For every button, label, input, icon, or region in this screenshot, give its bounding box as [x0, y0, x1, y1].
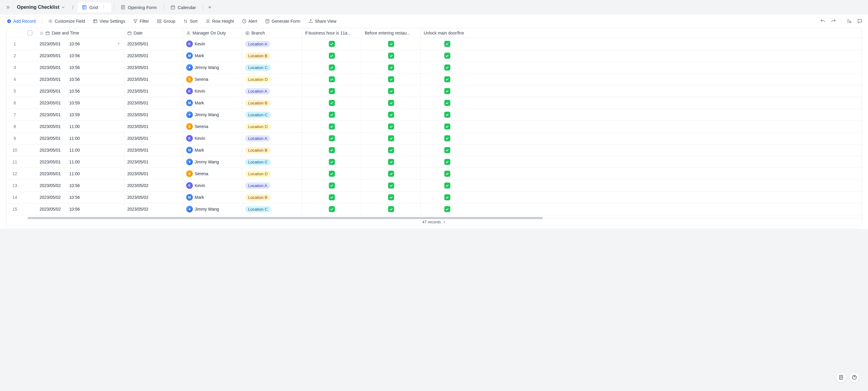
table-row[interactable]: 112023/05/0111:002023/05/01✦Jimmy WangLo…: [6, 156, 862, 168]
cell-check1[interactable]: [302, 109, 362, 120]
cell-manager[interactable]: SSerena: [183, 121, 242, 132]
cell-datetime[interactable]: 2023/05/0110:56: [37, 62, 124, 73]
cell-datetime[interactable]: 2023/05/0210:56: [37, 180, 124, 191]
cell-date[interactable]: 2023/05/02: [124, 180, 183, 191]
cell-check3[interactable]: [421, 74, 473, 85]
search-record-button[interactable]: [844, 17, 854, 26]
row-select[interactable]: [23, 97, 37, 109]
cell-branch[interactable]: Location B: [242, 144, 302, 156]
cell-check1[interactable]: [302, 50, 362, 61]
cell-date[interactable]: 2023/05/02: [124, 203, 183, 215]
tab-more-button[interactable]: [100, 5, 107, 10]
grid-body[interactable]: 12023/05/0110:562023/05/01KKevinLocation…: [6, 38, 862, 215]
cell-date[interactable]: 2023/05/01: [124, 133, 183, 144]
cell-datetime[interactable]: 2023/05/0110:56: [37, 74, 124, 85]
cell-check1[interactable]: [302, 192, 362, 203]
share-view-button[interactable]: Share View: [305, 17, 339, 25]
column-header-check2[interactable]: Before entering restau...: [362, 28, 421, 38]
row-select[interactable]: [23, 85, 37, 97]
cell-branch[interactable]: Location B: [242, 192, 302, 203]
table-row[interactable]: 122023/05/0111:002023/05/01SSerenaLocati…: [6, 168, 862, 180]
cell-datetime[interactable]: 2023/05/0210:56: [37, 203, 124, 215]
cell-date[interactable]: 2023/05/01: [124, 121, 183, 132]
help-button[interactable]: [849, 372, 860, 383]
cell-branch[interactable]: Location C: [242, 62, 302, 73]
row-height-button[interactable]: Row Height: [203, 17, 237, 25]
table-row[interactable]: 32023/05/0110:562023/05/01✦Jimmy WangLoc…: [6, 62, 862, 74]
table-row[interactable]: 82023/05/0111:002023/05/01SSerenaLocatio…: [6, 121, 862, 133]
table-row[interactable]: 102023/05/0111:002023/05/01MMarkLocation…: [6, 144, 862, 156]
horizontal-scrollbar[interactable]: [28, 217, 859, 219]
table-row[interactable]: 132023/05/0210:562023/05/02KKevinLocatio…: [6, 180, 862, 192]
cell-manager[interactable]: SSerena: [183, 168, 242, 179]
cell-check1[interactable]: [302, 97, 362, 109]
cell-check1[interactable]: [302, 156, 362, 168]
cell-date[interactable]: 2023/05/02: [124, 192, 183, 203]
cell-branch[interactable]: Location B: [242, 50, 302, 61]
cell-datetime[interactable]: 2023/05/0110:56: [37, 50, 124, 61]
cell-check2[interactable]: [362, 74, 421, 85]
row-select[interactable]: [23, 133, 37, 144]
cell-datetime[interactable]: 2023/05/0111:00: [37, 133, 124, 144]
cell-check2[interactable]: [362, 109, 421, 120]
cell-branch[interactable]: Location D: [242, 168, 302, 179]
cell-date[interactable]: 2023/05/01: [124, 144, 183, 156]
cell-check2[interactable]: [362, 38, 421, 50]
cell-check2[interactable]: [362, 203, 421, 215]
cell-manager[interactable]: ✦Jimmy Wang: [183, 62, 242, 73]
header-select-all[interactable]: [23, 28, 37, 38]
cell-datetime[interactable]: 2023/05/0111:00: [37, 168, 124, 179]
cell-date[interactable]: 2023/05/01: [124, 38, 183, 50]
cell-date[interactable]: 2023/05/01: [124, 74, 183, 85]
table-row[interactable]: 72023/05/0110:592023/05/01✦Jimmy WangLoc…: [6, 109, 862, 121]
row-select[interactable]: [23, 156, 37, 168]
customize-field-button[interactable]: Customize Field: [45, 17, 88, 25]
cell-check2[interactable]: [362, 180, 421, 191]
cell-check2[interactable]: [362, 121, 421, 132]
add-view-button[interactable]: [206, 3, 214, 11]
cell-date[interactable]: 2023/05/01: [124, 156, 183, 168]
tab-opening-form[interactable]: Opening Form: [116, 2, 161, 12]
cell-check3[interactable]: [421, 121, 473, 132]
cell-date[interactable]: 2023/05/01: [124, 168, 183, 179]
row-select[interactable]: [23, 168, 37, 179]
cell-manager[interactable]: KKevin: [183, 85, 242, 97]
cell-check3[interactable]: [421, 38, 473, 50]
cell-check3[interactable]: [421, 203, 473, 215]
cell-manager[interactable]: KKevin: [183, 180, 242, 191]
cell-date[interactable]: 2023/05/01: [124, 85, 183, 97]
cell-check1[interactable]: [302, 62, 362, 73]
cell-check2[interactable]: [362, 156, 421, 168]
cell-datetime[interactable]: 2023/05/0210:56: [37, 192, 124, 203]
table-row[interactable]: 62023/05/0110:592023/05/01MMarkLocation …: [6, 97, 862, 109]
row-select[interactable]: [23, 109, 37, 120]
table-title-dropdown[interactable]: Opening Checklist: [14, 3, 68, 11]
table-row[interactable]: 142023/05/0210:562023/05/02MMarkLocation…: [6, 192, 862, 203]
cell-manager[interactable]: KKevin: [183, 133, 242, 144]
cell-check1[interactable]: [302, 133, 362, 144]
tab-calendar[interactable]: Calendar: [166, 2, 200, 12]
column-header-date[interactable]: Date: [124, 28, 183, 38]
column-header-branch[interactable]: Branch: [242, 28, 302, 38]
alert-button[interactable]: Alert: [239, 17, 260, 25]
column-header-check1[interactable]: If business hour is 11a...: [302, 28, 362, 38]
cell-manager[interactable]: MMark: [183, 97, 242, 109]
row-select[interactable]: [23, 50, 37, 61]
cell-datetime[interactable]: 2023/05/0110:56: [37, 38, 124, 50]
cell-manager[interactable]: SSerena: [183, 74, 242, 85]
generate-form-button[interactable]: Generate Form: [262, 17, 304, 25]
row-select[interactable]: [23, 62, 37, 73]
group-button[interactable]: Group: [154, 17, 178, 25]
cell-branch[interactable]: Location A: [242, 133, 302, 144]
cell-check3[interactable]: [421, 50, 473, 61]
cell-check2[interactable]: [362, 144, 421, 156]
table-row[interactable]: 22023/05/0110:562023/05/01MMarkLocation …: [6, 50, 862, 62]
cell-branch[interactable]: Location A: [242, 85, 302, 97]
cell-check1[interactable]: [302, 74, 362, 85]
add-record-button[interactable]: Add Record: [4, 17, 39, 25]
comments-button[interactable]: [855, 17, 864, 26]
table-row[interactable]: 152023/05/0210:562023/05/02✦Jimmy WangLo…: [6, 203, 862, 215]
cell-check3[interactable]: [421, 180, 473, 191]
column-header-manager[interactable]: Manager On Duty: [183, 28, 242, 38]
cell-datetime[interactable]: 2023/05/0110:59: [37, 97, 124, 109]
